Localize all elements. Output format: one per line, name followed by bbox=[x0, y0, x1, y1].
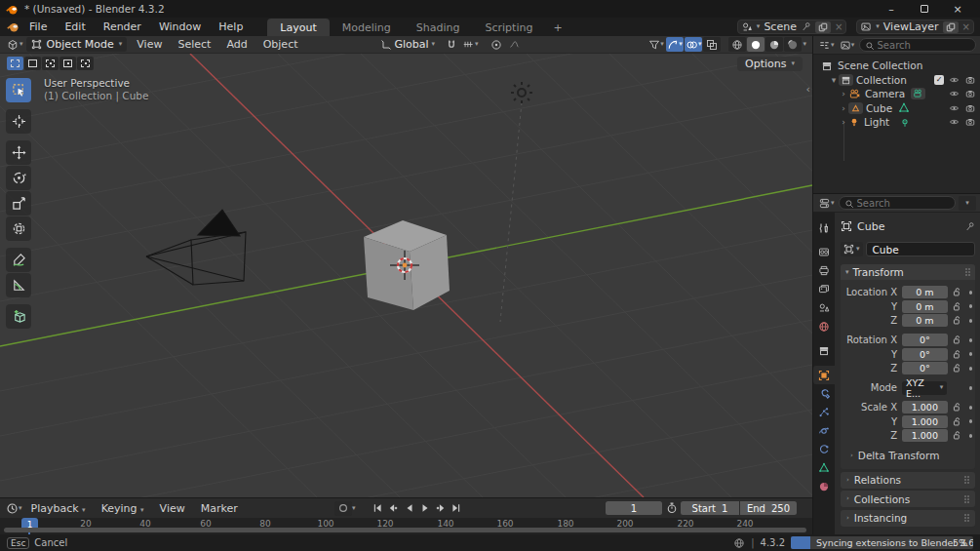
hide-eye-icon[interactable] bbox=[948, 89, 960, 98]
new-scene-button[interactable] bbox=[815, 21, 831, 33]
light-object[interactable] bbox=[511, 82, 532, 103]
scale-z-field[interactable]: 1.000 bbox=[902, 429, 948, 442]
editor-type-button[interactable]: ▾ bbox=[5, 37, 24, 52]
select-mode-subtract[interactable] bbox=[59, 57, 76, 70]
lock-icon[interactable] bbox=[952, 287, 962, 297]
menu-render[interactable]: Render bbox=[95, 18, 150, 36]
tab-view-layer[interactable] bbox=[813, 280, 835, 298]
panel-drag-dots[interactable] bbox=[964, 498, 966, 500]
jump-to-end-button[interactable] bbox=[449, 501, 463, 516]
menu-edit[interactable]: Edit bbox=[56, 18, 94, 36]
location-x-field[interactable]: 0 m bbox=[902, 286, 948, 298]
orientation-arrow[interactable]: ▾ bbox=[432, 41, 436, 48]
animate-dot[interactable] bbox=[969, 406, 972, 410]
camera-object[interactable] bbox=[146, 210, 246, 285]
disable-render-camera-icon[interactable] bbox=[964, 117, 976, 127]
sidebar-toggle-arrow[interactable]: ‹ bbox=[806, 83, 810, 96]
workspace-tab-shading[interactable]: Shading bbox=[404, 19, 473, 36]
lock-icon[interactable] bbox=[952, 363, 962, 374]
autokey-arrow[interactable]: ▾ bbox=[352, 505, 356, 512]
orientation-label[interactable]: Global bbox=[395, 38, 429, 51]
viewlayer-name[interactable]: ViewLayer bbox=[883, 20, 939, 33]
menu-file[interactable]: File bbox=[20, 18, 56, 36]
lock-icon[interactable] bbox=[952, 430, 962, 441]
jump-to-start-button[interactable] bbox=[371, 501, 385, 516]
filter-funnel-button[interactable]: ▾ bbox=[647, 37, 665, 52]
properties-search[interactable] bbox=[839, 196, 956, 210]
tool-scale[interactable] bbox=[6, 191, 31, 216]
options-button[interactable]: Options ▾ bbox=[737, 57, 803, 71]
network-globe-icon[interactable] bbox=[733, 537, 745, 549]
unlink-scene-button[interactable]: × bbox=[835, 21, 843, 32]
mode-dropdown[interactable]: Object Mode ▾ bbox=[26, 37, 128, 52]
collection-expand-icon[interactable]: ▾ bbox=[829, 75, 839, 85]
location-z-field[interactable]: 0 m bbox=[902, 314, 948, 327]
outliner-search[interactable] bbox=[859, 38, 976, 52]
scale-y-field[interactable]: 1.000 bbox=[902, 415, 948, 428]
tab-object-data[interactable] bbox=[813, 458, 835, 477]
tab-output[interactable] bbox=[813, 261, 835, 280]
gizmos-toggle[interactable]: ▾ bbox=[666, 37, 684, 52]
workspace-tab-layout[interactable]: Layout bbox=[267, 19, 329, 36]
shading-wireframe-button[interactable] bbox=[728, 37, 746, 52]
properties-options-button[interactable]: ▾ bbox=[959, 196, 976, 211]
shading-arrow[interactable]: ▾ bbox=[803, 41, 806, 48]
remove-viewlayer-button[interactable]: × bbox=[962, 21, 970, 32]
relations-panel[interactable]: › Relations bbox=[841, 472, 975, 489]
autokey-toggle[interactable] bbox=[334, 501, 352, 516]
new-viewlayer-button[interactable] bbox=[943, 21, 959, 33]
tab-tool[interactable] bbox=[813, 218, 835, 237]
light-expand-icon[interactable]: › bbox=[839, 117, 848, 127]
animate-dot[interactable] bbox=[969, 291, 972, 295]
current-frame-field[interactable]: 1 bbox=[606, 501, 662, 515]
object-name-field[interactable]: Cube bbox=[866, 242, 975, 256]
camera-data-badge[interactable] bbox=[911, 88, 925, 99]
animate-dot[interactable] bbox=[969, 434, 972, 438]
start-frame-field[interactable]: Start 1 bbox=[681, 501, 739, 515]
cube-expand-icon[interactable]: › bbox=[839, 103, 848, 113]
sync-progress-bar[interactable]: Syncing extensions to Blender 3.6... 5% bbox=[791, 536, 973, 549]
collection-label[interactable]: Collection bbox=[856, 74, 907, 86]
tab-modifiers[interactable] bbox=[813, 384, 835, 403]
timeline-scrollbar[interactable] bbox=[4, 528, 806, 532]
rotation-z-field[interactable]: 0° bbox=[902, 362, 948, 374]
lock-icon[interactable] bbox=[952, 315, 962, 326]
location-y-field[interactable]: 0 m bbox=[902, 300, 948, 313]
lock-icon[interactable] bbox=[952, 402, 962, 413]
workspace-tab-modeling[interactable]: Modeling bbox=[330, 19, 404, 36]
tab-particles[interactable] bbox=[813, 403, 835, 421]
tab-scene[interactable] bbox=[813, 298, 835, 317]
end-frame-field[interactable]: End 250 bbox=[740, 501, 797, 515]
shading-solid-button[interactable] bbox=[747, 37, 764, 52]
pin-icon[interactable] bbox=[801, 21, 811, 32]
timeline-menu-playback[interactable]: Playback ▾ bbox=[23, 502, 94, 515]
tab-render[interactable] bbox=[813, 243, 835, 261]
tool-annotate[interactable] bbox=[6, 248, 31, 272]
play-button[interactable] bbox=[417, 501, 432, 516]
viewlayer-selector[interactable]: ▾ ViewLayer × bbox=[856, 20, 974, 34]
tab-collection[interactable] bbox=[813, 341, 835, 360]
lock-icon[interactable] bbox=[952, 335, 962, 345]
lock-icon[interactable] bbox=[952, 349, 962, 360]
overlays-toggle[interactable]: ▾ bbox=[685, 37, 703, 52]
timeline-editor-type-button[interactable]: ▾ bbox=[5, 501, 23, 516]
tool-select-box[interactable] bbox=[6, 78, 31, 102]
play-reverse-button[interactable] bbox=[402, 501, 416, 516]
transform-panel-header[interactable]: ▾ Transform bbox=[841, 264, 975, 280]
select-mode-tweak[interactable] bbox=[7, 57, 23, 70]
proportional-edit-icon[interactable] bbox=[488, 37, 505, 52]
viewport-menu-view[interactable]: View bbox=[129, 38, 170, 51]
select-mode-box[interactable] bbox=[24, 57, 41, 70]
animate-dot[interactable] bbox=[969, 367, 972, 371]
menu-help[interactable]: Help bbox=[210, 18, 252, 36]
tab-physics[interactable] bbox=[813, 421, 835, 440]
select-mode-extend[interactable] bbox=[42, 57, 59, 70]
tool-cursor[interactable] bbox=[6, 109, 31, 134]
viewport-3d[interactable]: ▾ Object Mode ▾ View Select Add Object G… bbox=[0, 36, 812, 497]
timeline-ruler[interactable]: 20 40 60 80 100 120 140 160 180 200 220 … bbox=[0, 518, 812, 534]
lock-icon[interactable] bbox=[952, 416, 962, 427]
viewport-scene[interactable] bbox=[0, 36, 812, 497]
scene-selector[interactable]: ▾ Scene × bbox=[737, 20, 846, 34]
blender-menu-logo-icon[interactable] bbox=[6, 20, 20, 33]
xray-toggle[interactable] bbox=[703, 37, 721, 52]
